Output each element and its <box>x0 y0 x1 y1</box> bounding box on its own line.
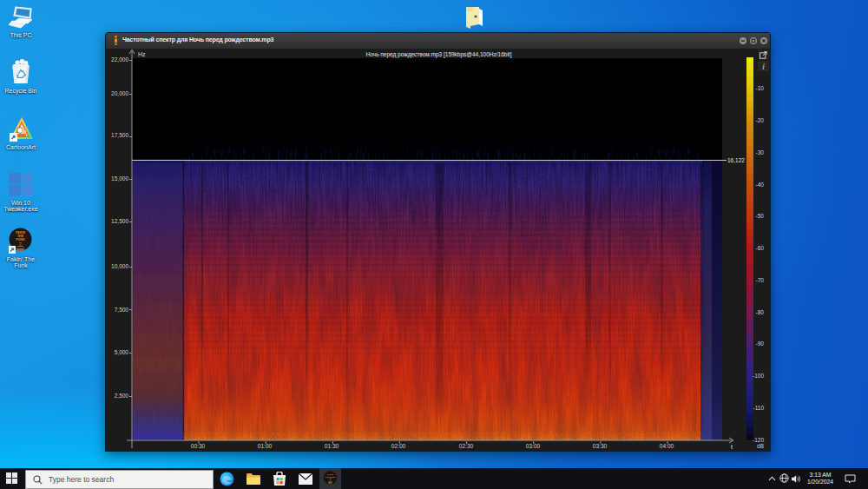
svg-text:?: ? <box>330 478 332 481</box>
svg-text:i: i <box>762 63 765 71</box>
